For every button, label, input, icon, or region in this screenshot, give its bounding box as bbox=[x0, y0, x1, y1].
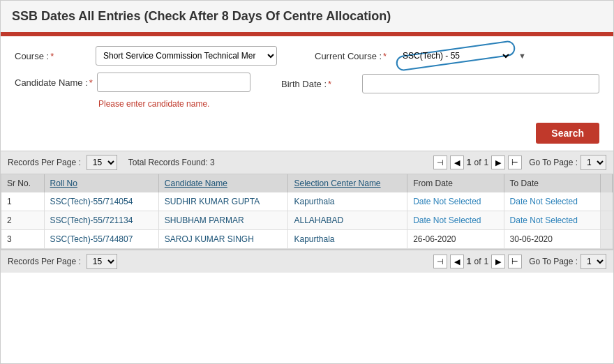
last-page-btn-bottom[interactable]: ⊢ bbox=[508, 255, 522, 268]
records-per-page-select-bottom[interactable]: 15 bbox=[87, 254, 117, 269]
col-header-to: To Date bbox=[504, 174, 600, 192]
cell-from: 26-06-2020 bbox=[407, 230, 504, 249]
search-button[interactable]: Search bbox=[536, 123, 599, 144]
go-to-page-label-bottom: Go To Page : bbox=[529, 257, 578, 266]
cell-sr[interactable]: 1 bbox=[1, 192, 44, 211]
scroll-cell bbox=[601, 211, 613, 230]
candidate-name-error: Please enter candidate name. bbox=[98, 99, 209, 109]
current-page-bottom: 1 bbox=[467, 257, 472, 266]
cell-scname: Kapurthala bbox=[288, 192, 407, 211]
table-row: 2SSC(Tech)-55/721134SHUBHAM PARMARALLAHA… bbox=[1, 211, 613, 230]
current-course-select[interactable]: SSC(Tech) - 55 bbox=[400, 50, 511, 61]
of-label-bottom: of bbox=[474, 257, 481, 266]
current-course-label: Current Course :* bbox=[315, 51, 391, 61]
go-to-page-label-top: Go To Page : bbox=[529, 158, 578, 167]
total-pages-top: 1 bbox=[484, 158, 488, 167]
cell-roll[interactable]: SSC(Tech)-55/744807 bbox=[44, 230, 158, 249]
birth-date-input[interactable]: 07-06-1994 bbox=[362, 74, 599, 93]
page-title: SSB Dates All Entries (Check After 8 Day… bbox=[12, 9, 602, 24]
cell-scname: Kapurthala bbox=[288, 230, 407, 249]
records-per-page-label: Records Per Page : bbox=[8, 158, 81, 167]
cell-cname[interactable]: SAROJ KUMAR SINGH bbox=[158, 230, 288, 249]
cell-roll[interactable]: SSC(Tech)-55/721134 bbox=[44, 211, 158, 230]
birth-date-label: Birth Date :* bbox=[281, 79, 358, 89]
goto-page-select-top[interactable]: 1 bbox=[581, 155, 606, 170]
prev-page-btn-bottom[interactable]: ◀ bbox=[450, 255, 464, 268]
cell-cname[interactable]: SHUBHAM PARMAR bbox=[158, 211, 288, 230]
cell-to: Date Not Selected bbox=[504, 192, 600, 211]
col-header-cname[interactable]: Candidate Name bbox=[158, 174, 288, 192]
col-header-roll[interactable]: Roll No bbox=[44, 174, 158, 192]
scroll-cell bbox=[601, 192, 613, 211]
cell-sr[interactable]: 2 bbox=[1, 211, 44, 230]
last-page-btn-top[interactable]: ⊢ bbox=[508, 156, 522, 169]
cell-cname[interactable]: SUDHIR KUMAR GUPTA bbox=[158, 192, 288, 211]
goto-page-select-bottom[interactable]: 1 bbox=[581, 254, 606, 269]
cell-to: Date Not Selected bbox=[504, 211, 600, 230]
table-row: 1SSC(Tech)-55/714054SUDHIR KUMAR GUPTAKa… bbox=[1, 192, 613, 211]
current-page-top: 1 bbox=[467, 158, 472, 167]
next-page-btn-top[interactable]: ▶ bbox=[491, 156, 505, 169]
of-label-top: of bbox=[474, 158, 481, 167]
col-header-from: From Date bbox=[407, 174, 504, 192]
col-header-sr: Sr No. bbox=[1, 174, 44, 192]
table-row: 3SSC(Tech)-55/744807SAROJ KUMAR SINGHKap… bbox=[1, 230, 613, 249]
cell-to: 30-06-2020 bbox=[504, 230, 600, 249]
next-page-btn-bottom[interactable]: ▶ bbox=[491, 255, 505, 268]
scroll-header bbox=[601, 174, 613, 192]
first-page-btn-bottom[interactable]: ⊣ bbox=[433, 255, 447, 268]
total-records-label: Total Records Found: 3 bbox=[128, 158, 215, 167]
course-label: Course :* bbox=[15, 51, 91, 61]
course-select[interactable]: Short Service Commission Technical Mer bbox=[96, 46, 277, 66]
first-page-btn-top[interactable]: ⊣ bbox=[433, 156, 447, 169]
cell-scname: ALLAHABAD bbox=[288, 211, 407, 230]
candidate-name-label: Candidate Name :* bbox=[15, 77, 93, 88]
records-per-page-label-bottom: Records Per Page : bbox=[8, 257, 81, 266]
cell-sr[interactable]: 3 bbox=[1, 230, 44, 249]
cell-roll[interactable]: SSC(Tech)-55/714054 bbox=[44, 192, 158, 211]
cell-from: Date Not Selected bbox=[407, 211, 504, 230]
current-course-dropdown-icon: ▼ bbox=[518, 52, 526, 60]
scroll-cell bbox=[601, 230, 613, 249]
records-per-page-select-top[interactable]: 15 bbox=[87, 155, 117, 170]
col-header-scname[interactable]: Selection Center Name bbox=[288, 174, 407, 192]
cell-from: Date Not Selected bbox=[407, 192, 504, 211]
total-pages-bottom: 1 bbox=[484, 257, 488, 266]
candidate-name-input[interactable] bbox=[97, 73, 250, 92]
prev-page-btn-top[interactable]: ◀ bbox=[450, 156, 464, 169]
